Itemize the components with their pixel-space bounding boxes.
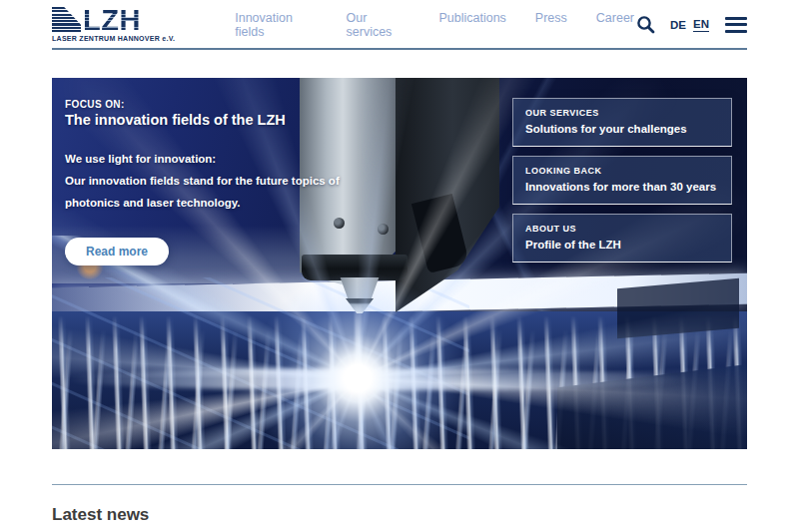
card-title: Profile of the LZH (525, 239, 719, 251)
lzh-logo-subtext: LASER ZENTRUM HANNOVER e.V. (52, 35, 175, 42)
lzh-logo[interactable]: LZH LASER ZENTRUM HANNOVER e.V. (52, 7, 175, 42)
latest-news-heading: Latest news (52, 505, 747, 525)
hero-description-line: Our innovation fields stand for the futu… (65, 170, 395, 192)
nav-item-press[interactable]: Press (535, 11, 567, 39)
search-button[interactable] (634, 14, 656, 36)
hero-kicker: FOCUS ON: (65, 99, 395, 110)
nav-item-innovation-fields[interactable]: Innovation fields (235, 11, 317, 39)
hero-description: We use light for innovation: Our innovat… (65, 148, 395, 214)
card-label: LOOKING BACK (525, 166, 719, 176)
hero-description-line: photonics and laser technology. (65, 192, 395, 214)
card-our-services[interactable]: OUR SERVICES Solutions for your challeng… (512, 98, 732, 147)
light-burst-core (238, 259, 477, 449)
section-divider (52, 484, 747, 485)
lzh-logo-mark-icon (52, 7, 81, 33)
nav-item-career[interactable]: Career (596, 11, 634, 39)
card-about-us[interactable]: ABOUT US Profile of the LZH (512, 214, 732, 263)
header-actions: DE EN (634, 14, 747, 36)
card-title: Solutions for your challenges (525, 123, 719, 135)
read-more-button[interactable]: Read more (65, 238, 169, 266)
language-de[interactable]: DE (670, 19, 686, 31)
lzh-logo-text: LZH (83, 8, 141, 33)
hero-title: The innovation fields of the LZH (65, 112, 395, 128)
card-label: ABOUT US (525, 224, 719, 234)
language-switch: DE EN (670, 18, 709, 32)
menu-icon[interactable] (725, 17, 747, 33)
card-label: OUR SERVICES (525, 108, 719, 118)
hero-copy: FOCUS ON: The innovation fields of the L… (65, 99, 395, 266)
hero-card-list: OUR SERVICES Solutions for your challeng… (512, 98, 732, 263)
language-en[interactable]: EN (693, 18, 709, 32)
main-navigation: Innovation fields Our services Publicati… (235, 11, 634, 39)
nav-item-publications[interactable]: Publications (438, 11, 505, 39)
hero-description-line: We use light for innovation: (65, 148, 395, 170)
site-header: LZH LASER ZENTRUM HANNOVER e.V. Innovati… (52, 0, 747, 50)
card-looking-back[interactable]: LOOKING BACK Innovations for more than 3… (512, 156, 732, 205)
search-icon (636, 15, 655, 34)
card-title: Innovations for more than 30 years (525, 181, 719, 193)
hero-banner: FOCUS ON: The innovation fields of the L… (52, 78, 747, 449)
nav-item-our-services[interactable]: Our services (347, 11, 410, 39)
